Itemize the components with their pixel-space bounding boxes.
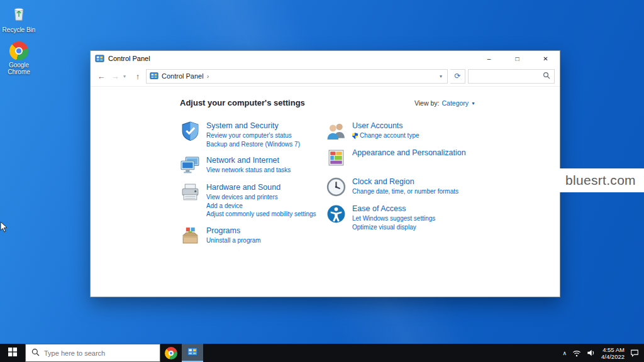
link-label: Backup and Restore (Windows 7) bbox=[206, 141, 300, 149]
chrome-icon bbox=[165, 347, 177, 359]
link-label: View network status and tasks bbox=[206, 167, 291, 175]
window-content: Adjust your computer's settings View by:… bbox=[91, 87, 560, 297]
programs-box-icon[interactable] bbox=[180, 226, 201, 246]
category-title[interactable]: Network and Internet bbox=[206, 156, 291, 165]
chevron-right-icon[interactable]: › bbox=[207, 72, 209, 80]
taskbar-search[interactable] bbox=[25, 344, 160, 362]
watermark: bluesrt.com bbox=[557, 168, 644, 192]
search-icon bbox=[31, 348, 40, 359]
taskbar-chrome-button[interactable] bbox=[160, 344, 182, 362]
appearance-icon[interactable] bbox=[326, 148, 347, 168]
taskbar-control-panel-button[interactable] bbox=[182, 344, 203, 362]
view-by-control: View by: Category ▼ bbox=[414, 99, 475, 107]
link-label: Uninstall a program bbox=[206, 237, 261, 245]
taskbar: ∧ 4:55 AM 4/4/2022 bbox=[0, 344, 644, 362]
breadcrumb-control-panel[interactable]: Control Panel bbox=[162, 72, 204, 80]
up-button[interactable]: ↑ bbox=[132, 72, 143, 81]
action-center-icon[interactable] bbox=[630, 349, 639, 357]
volume-icon[interactable] bbox=[587, 349, 596, 357]
titlebar[interactable]: Control Panel – □ ✕ bbox=[91, 51, 560, 66]
category-programs: Programs Uninstall a program bbox=[180, 226, 326, 246]
address-dropdown-caret-icon[interactable]: ▾ bbox=[438, 74, 444, 79]
view-by-caret-icon[interactable]: ▼ bbox=[471, 101, 475, 106]
category-title[interactable]: Clock and Region bbox=[352, 177, 458, 186]
category-link[interactable]: Review your computer's status bbox=[206, 132, 300, 140]
back-button[interactable]: ← bbox=[96, 72, 107, 81]
window-title: Control Panel bbox=[108, 55, 150, 62]
hidden-icons-chevron-icon[interactable]: ∧ bbox=[562, 350, 567, 356]
link-label: Add a device bbox=[206, 202, 243, 211]
printer-icon[interactable] bbox=[180, 182, 201, 203]
desktop-icon-recycle-bin[interactable]: Recycle Bin bbox=[1, 4, 36, 33]
category-link[interactable]: Optimize visual display bbox=[352, 224, 435, 232]
category-network-and-internet: Network and Internet View network status… bbox=[180, 155, 326, 176]
address-bar[interactable]: Control Panel › ▾ bbox=[146, 69, 448, 84]
category-ease-of-access: Ease of Access Let Windows suggest setti… bbox=[326, 204, 475, 232]
control-panel-search-input[interactable] bbox=[472, 72, 543, 80]
network-icon[interactable] bbox=[572, 349, 581, 357]
maximize-button[interactable]: □ bbox=[503, 51, 531, 66]
link-label: Change date, time, or number formats bbox=[352, 188, 458, 196]
category-columns: System and Security Review your computer… bbox=[180, 121, 475, 253]
chrome-icon bbox=[9, 41, 28, 60]
category-system-and-security: System and Security Review your computer… bbox=[180, 121, 326, 149]
control-panel-icon bbox=[95, 54, 104, 63]
refresh-button[interactable]: ⟳ bbox=[450, 69, 465, 84]
control-panel-icon bbox=[150, 72, 158, 80]
window-controls: – □ ✕ bbox=[475, 51, 560, 66]
view-by-dropdown[interactable]: Category bbox=[441, 99, 469, 107]
category-link[interactable]: View network status and tasks bbox=[206, 167, 291, 175]
clock-time: 4:55 AM bbox=[601, 346, 625, 353]
category-title[interactable]: System and Security bbox=[206, 121, 300, 130]
link-label: View devices and printers bbox=[206, 194, 278, 202]
control-panel-icon bbox=[187, 346, 198, 360]
category-link[interactable]: Uninstall a program bbox=[206, 237, 261, 245]
network-monitors-icon[interactable] bbox=[180, 155, 201, 176]
desktop-icon-google-chrome[interactable]: Google Chrome bbox=[1, 41, 36, 75]
taskbar-clock[interactable]: 4:55 AM 4/4/2022 bbox=[601, 346, 625, 360]
category-user-accounts: User Accounts Change account type bbox=[326, 121, 475, 141]
windows-logo-icon bbox=[8, 348, 17, 359]
category-link[interactable]: Let Windows suggest settings bbox=[352, 215, 435, 223]
recycle-bin-icon bbox=[9, 4, 28, 25]
link-label: Let Windows suggest settings bbox=[352, 215, 435, 223]
taskbar-search-input[interactable] bbox=[44, 349, 154, 357]
category-title[interactable]: User Accounts bbox=[352, 121, 419, 130]
view-by-label: View by: bbox=[414, 99, 440, 107]
category-appearance-and-personalization: Appearance and Personalization bbox=[326, 148, 475, 168]
link-label: Review your computer's status bbox=[206, 132, 292, 140]
category-link[interactable]: Backup and Restore (Windows 7) bbox=[206, 141, 300, 149]
clock-date: 4/4/2022 bbox=[601, 353, 625, 360]
category-clock-and-region: Clock and Region Change date, time, or n… bbox=[326, 177, 475, 197]
category-hardware-and-sound: Hardware and Sound View devices and prin… bbox=[180, 182, 326, 219]
control-panel-search[interactable] bbox=[468, 69, 555, 84]
user-accounts-icon[interactable] bbox=[326, 121, 347, 141]
minimize-button[interactable]: – bbox=[475, 51, 503, 66]
desktop-icon-label: Recycle Bin bbox=[3, 26, 36, 33]
category-link[interactable]: Add a device bbox=[206, 202, 316, 211]
category-title[interactable]: Ease of Access bbox=[352, 204, 435, 213]
category-link[interactable]: Adjust commonly used mobility settings bbox=[206, 211, 316, 219]
clock-icon[interactable] bbox=[326, 177, 347, 197]
category-link[interactable]: View devices and printers bbox=[206, 194, 316, 202]
search-icon bbox=[543, 70, 550, 82]
desktop-icon-label: Google Chrome bbox=[1, 62, 36, 75]
category-link[interactable]: Change date, time, or number formats bbox=[352, 188, 458, 196]
uac-shield-icon bbox=[352, 133, 358, 139]
link-label: Adjust commonly used mobility settings bbox=[206, 211, 316, 219]
recent-pages-caret-icon[interactable]: ▾ bbox=[123, 74, 130, 79]
forward-button[interactable]: → bbox=[109, 72, 121, 81]
ease-of-access-icon[interactable] bbox=[326, 204, 347, 224]
link-label: Change account type bbox=[360, 132, 419, 140]
category-link[interactable]: Change account type bbox=[352, 132, 419, 140]
system-tray: ∧ 4:55 AM 4/4/2022 bbox=[562, 344, 644, 362]
link-label: Optimize visual display bbox=[352, 224, 416, 232]
category-title[interactable]: Programs bbox=[206, 226, 261, 235]
start-button[interactable] bbox=[0, 344, 25, 362]
category-title[interactable]: Appearance and Personalization bbox=[352, 148, 466, 157]
category-title[interactable]: Hardware and Sound bbox=[206, 183, 316, 192]
close-button[interactable]: ✕ bbox=[531, 51, 560, 66]
control-panel-window: Control Panel – □ ✕ ← → ▾ ↑ Control Pane… bbox=[90, 50, 560, 297]
shield-icon[interactable] bbox=[180, 121, 201, 141]
mouse-cursor bbox=[0, 221, 8, 235]
